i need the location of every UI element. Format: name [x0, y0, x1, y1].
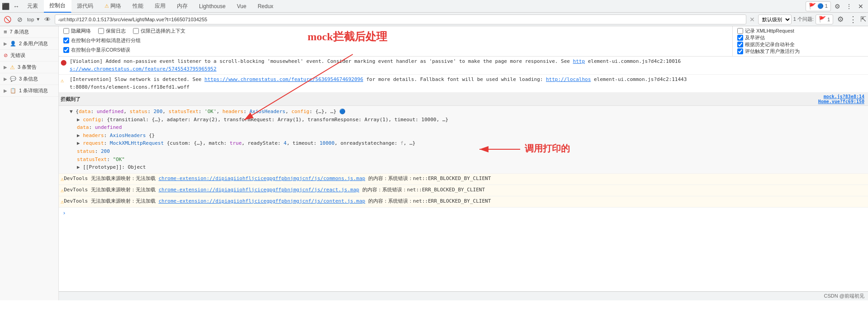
content-area: 隐藏网络 保留日志 仅限已选择的上下文 在控制台中对相似消息进行分组: [59, 26, 868, 300]
hide-network-checkbox[interactable]: 隐藏网络: [63, 28, 91, 34]
dock-icon-symbol: ⬛: [2, 3, 9, 10]
filter-row-1: 隐藏网络 保留日志 仅限已选择的上下文: [59, 26, 732, 36]
sidebar-item-all-messages[interactable]: ≡ 7 条消息: [0, 26, 58, 38]
devtools-link-1[interactable]: chrome-extension://dipiagiiohfljcicegpgf…: [158, 175, 365, 181]
devtools-link-3[interactable]: chrome-extension://dipiagiiohfljcicegpgf…: [158, 198, 365, 204]
console-prompt-row: ›: [59, 208, 868, 218]
violation-link-1[interactable]: http: [573, 58, 585, 64]
devtools-warn-icon-3: ⚠: [61, 198, 64, 206]
context-label: top: [27, 17, 34, 22]
console-input[interactable]: [68, 210, 864, 216]
filter-icon-button[interactable]: ⊘: [14, 14, 25, 25]
tab-lighthouse[interactable]: Lighthouse: [194, 0, 232, 13]
devtools-top-bar: ⬛ ↔ 元素 控制台 源代码 ⚠ 网络 性能 应用 内存 Lighthouse: [0, 0, 868, 13]
devtools-warn-icon-1: ⚠: [61, 175, 64, 183]
tab-application[interactable]: 应用: [149, 0, 171, 13]
dock-icon-1[interactable]: ⬛: [0, 1, 11, 12]
sidebar-item-info[interactable]: ▶ 💬 3 条信息: [0, 73, 58, 85]
issue-count-label: 1 个问题:: [793, 16, 814, 23]
settings-button[interactable]: ⚙: [832, 1, 843, 12]
filter-icon: ⊘: [17, 16, 23, 23]
issue-flag-icon: 🚩: [809, 3, 816, 9]
filter-row-2: 在控制台中对相似消息进行分组: [59, 36, 732, 45]
eager-eval-checkbox[interactable]: 及早评估: [737, 34, 863, 41]
filters-panel: 隐藏网络 保留日志 仅限已选择的上下文 在控制台中对相似消息进行分组: [59, 26, 868, 57]
user-icon: 👤: [10, 41, 16, 47]
devtools-warn-icon-2: ⚠: [61, 186, 64, 194]
devtools-link-2[interactable]: chrome-extension://dipiagiiohfljcicegpgf…: [158, 187, 359, 193]
sidebar-item-user-messages[interactable]: ▶ 👤 2 条用户消息: [0, 38, 58, 50]
console-msg-devtools-1: ⚠ DevTools 无法加载来源映射：无法加载 chrome-extensio…: [59, 174, 868, 185]
warning-icon: ⚠: [10, 64, 15, 71]
tab-vue[interactable]: Vue: [232, 0, 252, 13]
violation-link-2[interactable]: s://www.chromestatus.com/feature/5745543…: [70, 66, 217, 72]
tab-memory[interactable]: 内存: [171, 0, 194, 13]
tab-elements[interactable]: 元素: [22, 0, 44, 13]
issue-count-badge[interactable]: 🚩 1: [816, 14, 833, 24]
filters-left: 隐藏网络 保留日志 仅限已选择的上下文 在控制台中对相似消息进行分组: [59, 26, 732, 56]
group-similar-checkbox[interactable]: 在控制台中对相似消息进行分组: [63, 37, 141, 44]
tab-bar: ⬛ ↔ 元素 控制台 源代码 ⚠ 网络 性能 应用 内存 Lighthouse: [0, 0, 806, 13]
user-activation-checkbox[interactable]: 评估触发了用户激活行为: [737, 48, 863, 55]
verbose-arrow: ▶: [4, 88, 7, 93]
filter-input[interactable]: [55, 14, 746, 24]
info-circle-icon[interactable]: 🔵: [339, 109, 346, 114]
context-dropdown-arrow[interactable]: ▼: [36, 17, 40, 22]
sidebar-item-verbose[interactable]: ▶ 📋 1 条详细消息: [0, 85, 58, 97]
info-icon: 💬: [10, 76, 16, 82]
show-cors-checkbox[interactable]: 在控制台中显示CORS错误: [63, 47, 130, 53]
attribution-text: CSDN @前端初见: [824, 293, 864, 299]
clear-icon: 🚫: [4, 16, 11, 23]
clear-filter-button[interactable]: ✕: [748, 16, 756, 23]
expand-icon[interactable]: ⇱: [860, 15, 866, 24]
tab-redux[interactable]: Redux: [252, 0, 280, 13]
tab-network[interactable]: ⚠ 网络: [99, 0, 127, 13]
intervention-warn-icon: ⚠: [61, 76, 68, 85]
log-xhr-checkbox[interactable]: 记录 XMLHttpRequest: [737, 28, 863, 34]
prompt-chevron-icon: ›: [62, 209, 66, 216]
address-bar-row: 🚫 ⊘ top ▼ 👁 ✕ 默认级别 1 个问题: 🚩 1 ⚙ ⋮ ⇱: [0, 13, 868, 26]
tab-console[interactable]: 控制台: [44, 0, 71, 13]
close-icon: ✕: [858, 3, 863, 10]
violation-error-icon: ⬤: [61, 58, 68, 66]
selected-context-checkbox[interactable]: 仅限已选择的上下文: [133, 28, 185, 34]
more-options-button[interactable]: ⋮: [844, 1, 854, 12]
clear-console-button[interactable]: 🚫: [2, 14, 13, 25]
dock-icon-2[interactable]: ↔: [11, 1, 22, 12]
preserve-log-checkbox[interactable]: 保留日志: [98, 28, 126, 34]
dock-icon-2-symbol: ↔: [13, 3, 19, 10]
issue-badge[interactable]: 🚩 🔵 1: [806, 1, 831, 11]
settings-icon: ⚙: [835, 3, 840, 10]
more-icon: ⋮: [846, 3, 852, 10]
console-msg-violation: ⬤ [Violation] Added non-passive event li…: [59, 57, 868, 75]
intervention-link[interactable]: https://www.chromestatus.com/feature/563…: [204, 76, 363, 82]
intercepted-header: 拦截到了 mock.js?83e8:14 Home.vue?fc69:150: [59, 93, 868, 106]
tab-sources[interactable]: 源代码: [71, 0, 99, 13]
sidebar-item-warnings[interactable]: ▶ ⚠ 3 条警告: [0, 62, 58, 73]
console-output: ⬤ [Violation] Added non-passive event li…: [59, 57, 868, 291]
intercepted-source-1[interactable]: mock.js?83e8:14: [824, 94, 864, 99]
intercepted-source-2[interactable]: Home.vue?fc69:150: [818, 99, 864, 104]
intervention-link2[interactable]: http://localhos: [546, 76, 591, 82]
log-level-select[interactable]: 默认级别: [758, 14, 792, 24]
close-devtools-button[interactable]: ✕: [855, 1, 866, 12]
warnings-arrow: ▶: [4, 65, 7, 70]
console-msg-devtools-2: ⚠ DevTools 无法加载来源映射：无法加载 chrome-extensio…: [59, 185, 868, 196]
verbose-icon: 📋: [10, 88, 16, 94]
sidebar-item-no-error[interactable]: ⊘ 无错误: [0, 50, 58, 62]
eye-icon-button[interactable]: 👁: [42, 14, 53, 25]
tab-performance[interactable]: 性能: [127, 0, 149, 13]
console-msg-intervention: ⚠ [Intervention] Slow network is detecte…: [59, 75, 868, 93]
user-messages-arrow: ▶: [4, 41, 7, 46]
network-warning-icon: ⚠: [104, 3, 109, 9]
top-right-icons: 🚩 🔵 1 ⚙ ⋮ ✕: [806, 1, 868, 12]
info-arrow: ▶: [4, 76, 7, 81]
code-block-intercepted: ▼ {data: undefined, status: 200, statusT…: [59, 106, 868, 174]
autocomplete-checkbox[interactable]: 根据历史记录自动补全: [737, 41, 863, 48]
issue-flag-icon-2: 🚩: [819, 16, 826, 23]
all-messages-icon: ≡: [4, 28, 7, 35]
filters-right: 记录 XMLHttpRequest 及早评估 根据历史记录自动补全 评估触发了用…: [732, 26, 868, 56]
console-more-icon[interactable]: ⋮: [848, 14, 859, 24]
no-error-icon: ⊘: [4, 52, 8, 58]
console-settings-icon[interactable]: ⚙: [835, 15, 846, 24]
